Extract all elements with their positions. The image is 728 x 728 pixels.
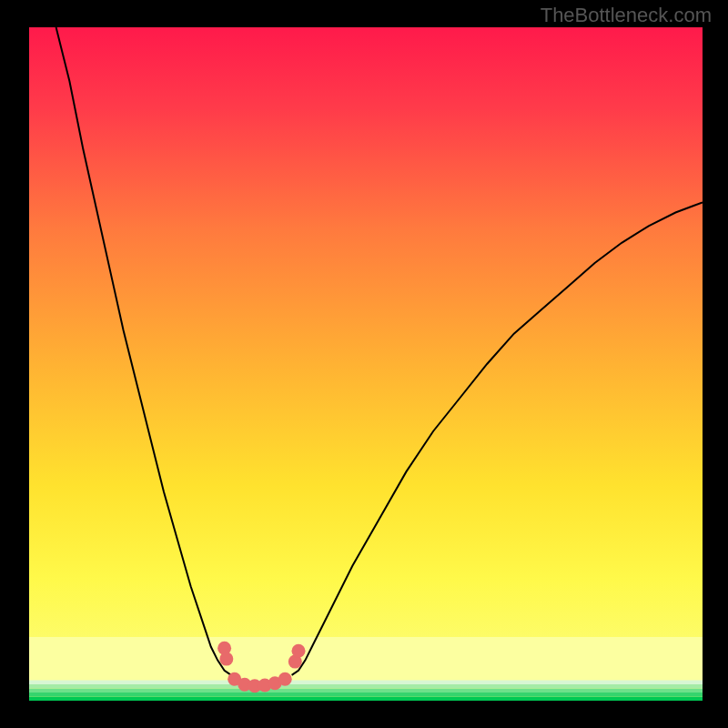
svg-rect-4 [29,689,703,693]
svg-rect-6 [29,681,703,685]
svg-rect-1 [29,637,703,681]
watermark-text: TheBottleneck.com [541,4,712,27]
svg-rect-2 [29,697,703,702]
svg-rect-3 [29,693,703,697]
bottleneck-chart [0,0,728,728]
svg-point-16 [292,644,306,658]
chart-plot-area [29,27,703,701]
svg-point-8 [219,652,233,666]
green-bands [29,681,703,702]
svg-point-14 [278,672,292,686]
svg-rect-5 [29,684,703,689]
yellow-bands [29,637,703,681]
